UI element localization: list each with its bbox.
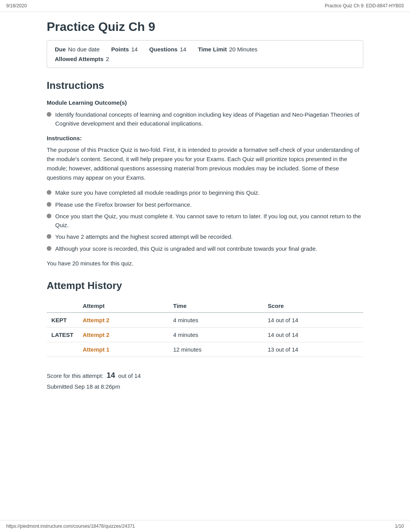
row-2-label (47, 342, 78, 357)
bullet-dot-icon (47, 190, 51, 195)
row-0-attempt[interactable]: Attempt 2 (78, 313, 168, 328)
bullet-item-4: Although your score is recorded, this Qu… (47, 245, 363, 253)
row-2-score: 13 out of 14 (263, 342, 363, 357)
attempt-history-heading: Attempt History (47, 280, 363, 292)
bullet-item-0: Make sure you have completed all module … (47, 189, 363, 197)
col-attempt: Attempt (78, 299, 168, 313)
bullet-text-2: Once you start the Quiz, you must comple… (55, 212, 363, 229)
row-1-time: 4 minutes (169, 327, 263, 342)
submitted-label: Submitted Sep 18 at 8:26pm (47, 382, 363, 392)
meta-points-value: 14 (131, 46, 138, 53)
table-row: KEPT Attempt 2 4 minutes 14 out of 14 (47, 313, 363, 328)
instructions-label: Instructions: (47, 135, 363, 141)
module-outcome-label: Module Learning Outcome(s) (47, 99, 363, 106)
table-header-row: Attempt Time Score (47, 299, 363, 313)
meta-questions: Questions 14 (149, 46, 186, 53)
top-bar-date: 9/18/2020 (6, 3, 27, 8)
row-0-time: 4 minutes (169, 313, 263, 328)
meta-questions-value: 14 (180, 46, 186, 53)
attempt-link-2[interactable]: Attempt 1 (83, 346, 109, 353)
bullet-text-3: You have 2 attempts and the highest scor… (55, 233, 233, 241)
col-score: Score (263, 299, 363, 313)
bullet-item-2: Once you start the Quiz, you must comple… (47, 212, 363, 229)
row-1-label: LATEST (47, 327, 78, 342)
bullet-item-1: Please use the Firefox browser for best … (47, 201, 363, 209)
score-summary-line1: Score for this attempt: 14 out of 14 (47, 369, 363, 382)
attempt-table: Attempt Time Score KEPT Attempt 2 4 minu… (47, 299, 363, 357)
col-label (47, 299, 78, 313)
row-1-attempt[interactable]: Attempt 2 (78, 327, 168, 342)
meta-allowed-attempts-value: 2 (106, 56, 109, 62)
bullet-text-4: Although your score is recorded, this Qu… (55, 245, 317, 253)
bullet-text-1: Please use the Firefox browser for best … (55, 201, 192, 209)
score-summary: Score for this attempt: 14 out of 14 Sub… (47, 369, 363, 392)
meta-points: Points 14 (111, 46, 138, 53)
table-row: LATEST Attempt 2 4 minutes 14 out of 14 (47, 327, 363, 342)
meta-points-label: Points (111, 46, 129, 53)
table-row: Attempt 1 12 minutes 13 out of 14 (47, 342, 363, 357)
score-value: 14 (107, 371, 115, 379)
meta-allowed-attempts-label: Allowed Attempts (55, 56, 103, 62)
instructions-body: The purpose of this Practice Quiz is two… (47, 145, 363, 182)
bullet-dot-icon (47, 214, 51, 218)
quiz-title: Practice Quiz Ch 9 (47, 20, 363, 34)
meta-time-limit-value: 20 Minutes (229, 46, 257, 53)
time-note: You have 20 minutes for this quiz. (47, 259, 363, 268)
col-time: Time (169, 299, 263, 313)
row-0-label: KEPT (47, 313, 78, 328)
meta-time-limit-label: Time Limit (198, 46, 227, 53)
row-2-time: 12 minutes (169, 342, 263, 357)
row-2-attempt[interactable]: Attempt 1 (78, 342, 168, 357)
attempt-history-section: Attempt History Attempt Time Score KEPT … (47, 280, 363, 392)
bullet-dot-icon (47, 234, 51, 239)
quiz-meta-box: Due No due date Points 14 Questions 14 T… (47, 40, 363, 68)
bullet-dot-icon (47, 202, 51, 207)
row-1-score: 14 out of 14 (263, 327, 363, 342)
outcome-text-0: Identify foundational concepts of learni… (55, 110, 363, 128)
bullet-dot-icon (47, 112, 51, 117)
top-bar-title: Practice Quiz Ch 9: EDD-8847-HYB03 (325, 3, 404, 8)
meta-due-value: No due date (68, 46, 100, 53)
instructions-bullets: Make sure you have completed all module … (47, 189, 363, 253)
meta-questions-label: Questions (149, 46, 178, 53)
score-summary-prefix: Score for this attempt: (47, 372, 103, 379)
top-bar: 9/18/2020 Practice Quiz Ch 9: EDD-8847-H… (0, 0, 410, 12)
instructions-heading: Instructions (47, 80, 363, 92)
main-content: Practice Quiz Ch 9 Due No due date Point… (31, 12, 379, 415)
meta-time-limit: Time Limit 20 Minutes (198, 46, 258, 53)
bullet-text-0: Make sure you have completed all module … (55, 189, 259, 197)
outcomes-list: Identify foundational concepts of learni… (47, 110, 363, 128)
attempt-link-1[interactable]: Attempt 2 (83, 331, 109, 338)
outcome-item-0: Identify foundational concepts of learni… (47, 110, 363, 128)
bullet-dot-icon (47, 246, 51, 251)
meta-due: Due No due date (55, 46, 100, 53)
meta-due-label: Due (55, 46, 66, 53)
score-suffix: out of 14 (118, 372, 141, 379)
bullet-item-3: You have 2 attempts and the highest scor… (47, 233, 363, 241)
meta-allowed-attempts: Allowed Attempts 2 (55, 56, 109, 62)
row-0-score: 14 out of 14 (263, 313, 363, 328)
attempt-link-0[interactable]: Attempt 2 (83, 317, 109, 323)
